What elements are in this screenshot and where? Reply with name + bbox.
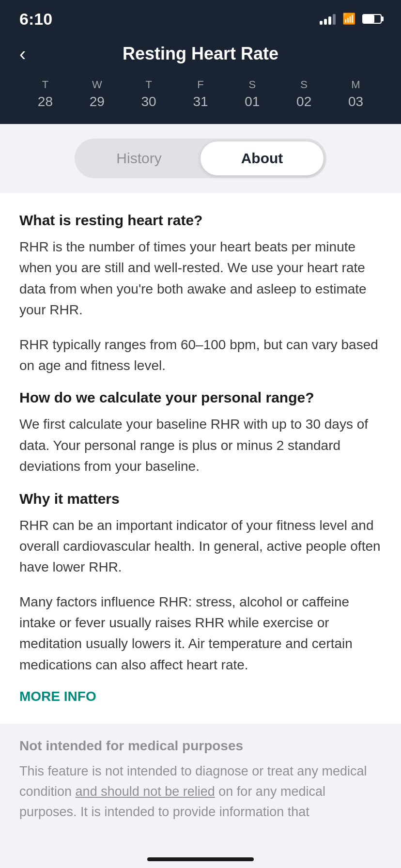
- day-letter-5: S: [300, 78, 308, 91]
- section3-para2: Many factors influence RHR: stress, alco…: [19, 591, 382, 676]
- tab-switcher: History About: [75, 139, 326, 178]
- day-letter-1: W: [92, 78, 102, 91]
- day-number-1: 29: [90, 94, 105, 109]
- home-indicator: [147, 857, 254, 861]
- date-item-4: S 01: [245, 78, 260, 109]
- date-item-5: S 02: [296, 78, 311, 109]
- main-content: What is resting heart rate? RHR is the n…: [0, 193, 401, 837]
- status-time: 6:10: [19, 10, 52, 29]
- date-item-6: M 03: [348, 78, 363, 109]
- disclaimer-heading: Not intended for medical purposes: [19, 738, 382, 754]
- tab-container: History About: [0, 124, 401, 183]
- day-letter-2: T: [145, 78, 152, 91]
- section1-para1: RHR is the number of times your heart be…: [19, 236, 382, 321]
- day-number-6: 03: [348, 94, 363, 109]
- section1-heading: What is resting heart rate?: [19, 212, 382, 229]
- date-item-1: W 29: [90, 78, 105, 109]
- back-button[interactable]: ‹: [19, 44, 26, 63]
- section1-para2: RHR typically ranges from 60–100 bpm, bu…: [19, 334, 382, 376]
- day-letter-3: F: [197, 78, 203, 91]
- day-number-4: 01: [245, 94, 260, 109]
- date-item-3: F 31: [193, 78, 208, 109]
- section2-para1: We first calculate your baseline RHR wit…: [19, 414, 382, 477]
- disclaimer-section: Not intended for medical purposes This f…: [0, 724, 401, 837]
- day-letter-6: M: [351, 78, 360, 91]
- date-item-2: T 30: [141, 78, 156, 109]
- disclaimer-text: This feature is not intended to diagnose…: [19, 761, 382, 822]
- wifi-icon: 📶: [342, 13, 355, 25]
- signal-icon: [320, 13, 336, 25]
- section3-para1: RHR can be an important indicator of you…: [19, 515, 382, 578]
- page-title: Resting Heart Rate: [123, 44, 278, 64]
- status-bar: 6:10 📶: [0, 0, 401, 34]
- more-info-link[interactable]: MORE INFO: [19, 689, 96, 704]
- section2-heading: How do we calculate your personal range?: [19, 389, 382, 406]
- battery-icon: [362, 14, 382, 24]
- date-row: T 28 W 29 T 30 F 31 S 01 S 02 M 03: [19, 78, 382, 109]
- day-letter-4: S: [248, 78, 256, 91]
- header-nav: ‹ Resting Heart Rate: [19, 44, 382, 64]
- section3-heading: Why it matters: [19, 491, 382, 507]
- day-number-3: 31: [193, 94, 208, 109]
- header: ‹ Resting Heart Rate T 28 W 29 T 30 F 31…: [0, 34, 401, 124]
- day-number-5: 02: [296, 94, 311, 109]
- tab-history[interactable]: History: [77, 141, 200, 175]
- tab-about[interactable]: About: [200, 141, 324, 175]
- day-number-2: 30: [141, 94, 156, 109]
- day-letter-0: T: [42, 78, 48, 91]
- date-item-0: T 28: [38, 78, 53, 109]
- status-icons: 📶: [320, 13, 382, 25]
- day-number-0: 28: [38, 94, 53, 109]
